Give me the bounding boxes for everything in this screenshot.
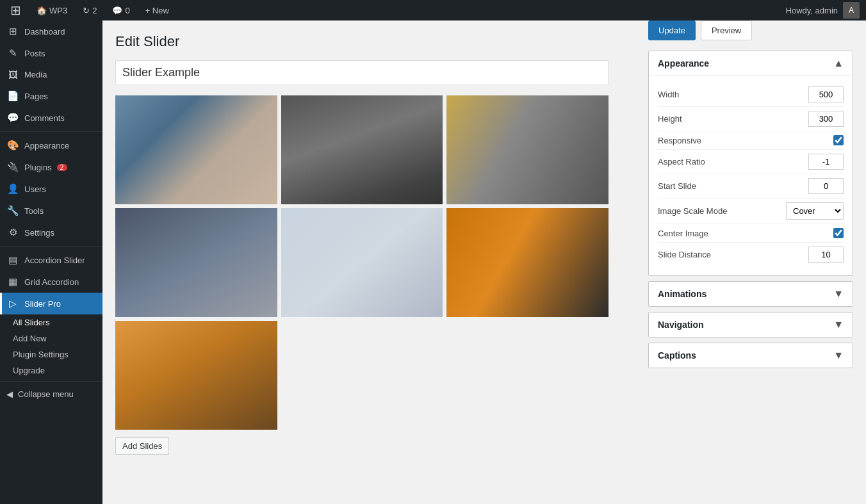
sidebar-sub-all-sliders[interactable]: All Sliders xyxy=(6,314,102,330)
appearance-accordion-content: Width Height Responsive Aspect Ratio Sta… xyxy=(649,76,853,275)
width-row: Width xyxy=(658,83,844,107)
sidebar-item-settings[interactable]: ⚙ Settings xyxy=(0,222,102,243)
captions-collapse-icon: ▼ xyxy=(833,350,844,361)
width-label: Width xyxy=(658,90,808,99)
animations-accordion-header[interactable]: Animations ▼ xyxy=(649,282,853,306)
sidebar: ⊞ Dashboard ✎ Posts 🖼 Media 📄 Pages 💬 Co… xyxy=(0,20,102,504)
slide-thumb-2[interactable] xyxy=(281,95,443,204)
navigation-panel: Navigation ▼ xyxy=(648,312,853,337)
sidebar-item-grid-accordion[interactable]: ▦ Grid Accordion xyxy=(0,271,102,293)
sidebar-label-tools: Tools xyxy=(24,206,44,216)
sidebar-item-dashboard[interactable]: ⊞ Dashboard xyxy=(0,20,102,42)
start-slide-input[interactable] xyxy=(808,178,844,194)
sidebar-item-slider-pro[interactable]: ▷ Slider Pro xyxy=(0,293,102,314)
add-slides-button[interactable]: Add Slides xyxy=(115,437,169,455)
admin-bar-left: ⊞ 🏠 WP3 ↻ 2 💬 0 + New xyxy=(6,0,783,20)
dashboard-icon: ⊞ xyxy=(6,26,19,37)
appearance-accordion-header[interactable]: Appearance ▲ xyxy=(649,51,853,76)
home-icon: 🏠 xyxy=(37,6,47,15)
captions-accordion-header[interactable]: Captions ▼ xyxy=(649,343,853,368)
slide-distance-label: Slide Distance xyxy=(658,250,808,259)
navigation-accordion-header[interactable]: Navigation ▼ xyxy=(649,313,853,337)
animations-panel: Animations ▼ xyxy=(648,281,853,307)
sidebar-item-accordion-slider[interactable]: ▤ Accordion Slider xyxy=(0,249,102,271)
slide-thumb-1[interactable] xyxy=(115,95,277,204)
sidebar-label-media: Media xyxy=(24,70,47,79)
height-input[interactable] xyxy=(808,111,844,127)
collapse-menu-button[interactable]: ◀ Collapse menu xyxy=(0,384,102,404)
animations-collapse-icon: ▼ xyxy=(833,288,844,300)
sidebar-label-pages: Pages xyxy=(24,92,48,101)
sidebar-item-comments[interactable]: 💬 Comments xyxy=(0,107,102,129)
comments-icon: 💬 xyxy=(112,6,122,15)
sidebar-item-plugins[interactable]: 🔌 Plugins 2 xyxy=(0,156,102,178)
slide-thumb-5[interactable] xyxy=(281,208,443,317)
slide-distance-input[interactable] xyxy=(808,247,844,263)
aspect-ratio-label: Aspect Ratio xyxy=(658,157,808,167)
slide-thumb-7[interactable] xyxy=(115,321,277,430)
sidebar-label-settings: Settings xyxy=(24,228,54,238)
start-slide-label: Start Slide xyxy=(658,181,808,191)
site-name: WP3 xyxy=(49,6,67,15)
update-button[interactable]: Update xyxy=(648,20,696,40)
image-scale-mode-select[interactable]: Cover Contain Fit None xyxy=(786,202,844,220)
plugins-badge: 2 xyxy=(57,164,67,171)
sidebar-label-posts: Posts xyxy=(24,49,45,58)
accordion-slider-icon: ▤ xyxy=(6,254,19,266)
aspect-ratio-input[interactable] xyxy=(808,154,844,170)
appearance-panel: Appearance ▲ Width Height Responsive Asp… xyxy=(648,51,853,276)
sidebar-label-comments: Comments xyxy=(24,113,65,123)
height-label: Height xyxy=(658,114,808,124)
avatar[interactable]: A xyxy=(843,2,860,19)
slide-thumb-3[interactable] xyxy=(446,95,609,204)
responsive-row: Responsive xyxy=(658,131,844,150)
width-input[interactable] xyxy=(808,86,844,102)
sidebar-item-users[interactable]: 👤 Users xyxy=(0,178,102,200)
admin-bar: ⊞ 🏠 WP3 ↻ 2 💬 0 + New Howdy, admin A xyxy=(0,0,866,20)
comments-nav-icon: 💬 xyxy=(6,112,19,124)
navigation-collapse-icon: ▼ xyxy=(833,319,844,330)
sidebar-label-accordion-slider: Accordion Slider xyxy=(24,256,85,265)
height-row: Height xyxy=(658,107,844,131)
preview-button[interactable]: Preview xyxy=(701,20,752,40)
admin-bar-right: Howdy, admin A xyxy=(786,2,860,19)
sidebar-item-posts[interactable]: ✎ Posts xyxy=(0,42,102,64)
media-icon: 🖼 xyxy=(6,69,19,80)
site-name-button[interactable]: 🏠 WP3 xyxy=(33,0,71,20)
panel-actions: Update Preview xyxy=(648,20,853,40)
appearance-collapse-icon: ▲ xyxy=(833,58,844,69)
sidebar-sub-plugin-settings[interactable]: Plugin Settings xyxy=(6,346,102,362)
new-content-button[interactable]: + New xyxy=(142,0,173,20)
aspect-ratio-row: Aspect Ratio xyxy=(658,150,844,174)
slide-thumb-6[interactable] xyxy=(446,208,609,317)
sidebar-item-tools[interactable]: 🔧 Tools xyxy=(0,200,102,222)
updates-button[interactable]: ↻ 2 xyxy=(79,0,101,20)
slide-thumb-7-wrapper xyxy=(115,321,277,430)
settings-icon: ⚙ xyxy=(6,227,19,238)
slider-name-input[interactable] xyxy=(115,60,609,85)
sidebar-item-pages[interactable]: 📄 Pages xyxy=(0,85,102,107)
slide-thumb-4[interactable] xyxy=(115,208,277,317)
center-image-checkbox[interactable] xyxy=(833,228,844,238)
sidebar-sub-upgrade[interactable]: Upgrade xyxy=(6,362,102,378)
sidebar-item-appearance[interactable]: 🎨 Appearance xyxy=(0,134,102,156)
page-title: Edit Slider xyxy=(115,33,623,50)
responsive-checkbox[interactable] xyxy=(833,135,844,145)
sidebar-label-dashboard: Dashboard xyxy=(24,27,65,37)
center-image-row: Center Image xyxy=(658,224,844,243)
captions-title: Captions xyxy=(658,350,696,361)
comments-button[interactable]: 💬 0 xyxy=(108,0,133,20)
slide-distance-row: Slide Distance xyxy=(658,243,844,266)
sidebar-label-appearance: Appearance xyxy=(24,141,69,150)
slider-pro-icon: ▷ xyxy=(6,298,19,309)
right-panel: Update Preview Appearance ▲ Width Height… xyxy=(635,20,866,504)
navigation-title: Navigation xyxy=(658,320,704,330)
sidebar-sub-add-new[interactable]: Add New xyxy=(6,330,102,346)
wp-logo-button[interactable]: ⊞ xyxy=(6,0,25,20)
slides-grid xyxy=(115,95,609,430)
wp-logo-icon: ⊞ xyxy=(10,3,21,18)
posts-icon: ✎ xyxy=(6,47,19,59)
active-indicator xyxy=(0,293,2,314)
sidebar-item-media[interactable]: 🖼 Media xyxy=(0,64,102,85)
slider-pro-submenu: All Sliders Add New Plugin Settings Upgr… xyxy=(0,314,102,378)
